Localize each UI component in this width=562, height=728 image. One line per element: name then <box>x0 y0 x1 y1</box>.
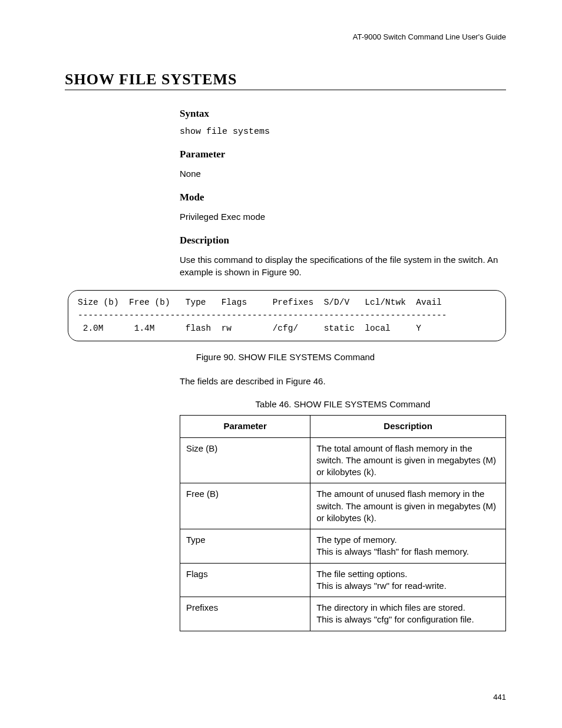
description-content: Use this command to display the specific… <box>180 253 506 278</box>
table-cell-desc: The type of memory. This is always "flas… <box>310 529 506 564</box>
table-row: TypeThe type of memory. This is always "… <box>180 529 506 564</box>
parameter-heading: Parameter <box>180 149 506 160</box>
description-heading: Description <box>180 235 506 246</box>
table-row: FlagsThe file setting options. This is a… <box>180 563 506 597</box>
table-cell-desc: The total amount of flash memory in the … <box>310 437 506 483</box>
mode-heading: Mode <box>180 192 506 203</box>
table-row: Free (B)The amount of unused flash memor… <box>180 483 506 529</box>
output-box: Size (b) Free (b) Type Flags Prefixes S/… <box>68 290 506 341</box>
page-header: AT-9000 Switch Command Line User's Guide <box>65 32 506 41</box>
page-number: 441 <box>493 693 506 701</box>
mode-content: Privileged Exec mode <box>180 210 506 223</box>
syntax-content: show file systems <box>180 127 506 137</box>
table-cell-desc: The directory in which files are stored.… <box>310 597 506 631</box>
table-cell-param: Type <box>180 529 310 564</box>
table-row: PrefixesThe directory in which files are… <box>180 597 506 631</box>
parameter-table: Parameter Description Size (B)The total … <box>180 415 506 631</box>
table-header-parameter: Parameter <box>180 416 310 437</box>
parameter-content: None <box>180 167 506 180</box>
table-cell-desc: The amount of unused flash memory in the… <box>310 483 506 529</box>
table-header-description: Description <box>310 416 506 437</box>
table-cell-desc: The file setting options. This is always… <box>310 563 506 597</box>
table-cell-param: Flags <box>180 563 310 597</box>
table-row: Size (B)The total amount of flash memory… <box>180 437 506 483</box>
table-cell-param: Size (B) <box>180 437 310 483</box>
fields-text: The fields are described in Figure 46. <box>180 375 506 387</box>
table-caption: Table 46. SHOW FILE SYSTEMS Command <box>180 399 506 409</box>
page-title: SHOW FILE SYSTEMS <box>65 71 506 90</box>
table-cell-param: Free (B) <box>180 483 310 529</box>
syntax-heading: Syntax <box>180 108 506 120</box>
table-cell-param: Prefixes <box>180 597 310 631</box>
figure-caption: Figure 90. SHOW FILE SYSTEMS Command <box>65 352 506 362</box>
